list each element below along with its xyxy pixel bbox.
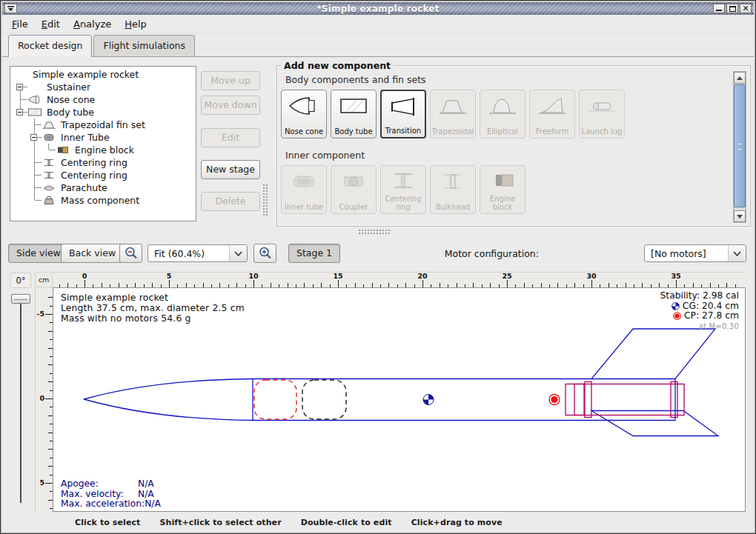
flight-data-row: Max. acceleration: N/A <box>61 499 161 510</box>
close-button[interactable]: ✕ <box>740 4 752 13</box>
ruler-label: 25 <box>502 272 511 280</box>
scroll-down-button[interactable] <box>734 210 746 222</box>
vertical-split-divider[interactable] <box>262 184 268 216</box>
side-view-button[interactable]: Side view <box>8 244 69 263</box>
flight-data-value: N/A <box>138 479 154 490</box>
tree-item[interactable]: Sustainer <box>13 81 196 93</box>
component-button[interactable]: Inner tube <box>281 165 327 214</box>
flight-data-row: Max. velocity: N/A <box>61 490 161 500</box>
horizontal-split-divider[interactable] <box>358 229 391 235</box>
zoom-select[interactable]: Fit (60.4%) <box>147 244 248 262</box>
tree-guide <box>13 194 27 207</box>
move-up-button[interactable]: Move up <box>201 71 260 90</box>
ruler-tick <box>676 280 677 287</box>
rocket-canvas[interactable]: Simple example rocket Length 37.5 cm, ma… <box>53 287 746 512</box>
cp-value: CP: 27.8 cm <box>684 311 739 321</box>
rotation-slider-handle[interactable] <box>11 294 30 304</box>
tree-item[interactable]: Inner Tube <box>13 131 196 144</box>
ruler-tick <box>45 398 53 399</box>
component-button[interactable]: Bulkhead <box>430 165 476 214</box>
body-components-label: Body components and fin sets <box>285 74 426 85</box>
component-button[interactable]: Nose cone <box>281 90 327 138</box>
tree-guide <box>13 169 27 181</box>
upper-fin-outline[interactable] <box>591 329 715 379</box>
tree-item[interactable]: Centering ring <box>13 156 196 169</box>
tree-guide <box>13 156 27 169</box>
tree-item-icon <box>56 145 73 156</box>
ruler-tick <box>45 483 53 484</box>
parachute-outline[interactable] <box>254 380 296 419</box>
maximize-button[interactable] <box>726 4 738 13</box>
mass-component-outline[interactable] <box>302 380 346 419</box>
ruler-label: 30 <box>586 272 596 280</box>
lower-fin-outline[interactable] <box>591 411 718 436</box>
component-button[interactable]: Coupler <box>331 165 377 214</box>
component-button-icon <box>288 90 320 121</box>
zoom-out-button[interactable] <box>119 244 142 263</box>
zoom-in-button[interactable] <box>253 244 276 263</box>
scroll-up-button[interactable] <box>734 72 746 84</box>
ruler-label: 5 <box>39 478 44 487</box>
centering-ring-outline[interactable] <box>671 382 677 418</box>
tree-expander[interactable] <box>13 81 27 93</box>
tab[interactable]: Flight simulations <box>93 35 195 56</box>
menu-item[interactable]: Analyze <box>67 16 118 32</box>
centering-ring-outline[interactable] <box>585 382 591 418</box>
move-down-button[interactable]: Move down <box>201 96 260 115</box>
component-button[interactable]: Engine block <box>480 165 525 214</box>
stage-1-toggle[interactable]: Stage 1 <box>288 244 340 263</box>
rotation-slider[interactable] <box>10 293 31 504</box>
tree-item[interactable]: Parachute <box>13 181 196 194</box>
component-button-label: Inner tube <box>284 204 324 214</box>
component-button[interactable]: Transition <box>380 90 426 138</box>
tree-item[interactable]: Simple example rocket <box>13 68 196 81</box>
menu-bar: FileEditAnalyzeHelp <box>2 15 754 33</box>
view-toolbar: Side view Back view Fit (60.4%) Stage 1 … <box>2 239 754 267</box>
rotation-angle-value: 0° <box>10 273 31 288</box>
menu-item[interactable]: Edit <box>35 16 67 32</box>
component-button-label: Body tube <box>334 128 373 138</box>
tree-item[interactable]: Centering ring <box>13 169 196 181</box>
scrollbar-thumb[interactable] <box>734 84 746 207</box>
status-hint: Double-click to edit <box>301 518 392 527</box>
component-button[interactable]: Body tube <box>331 90 377 138</box>
nose-cone-outline[interactable] <box>84 379 253 400</box>
ruler-label: 10 <box>248 272 258 280</box>
minimize-button[interactable] <box>713 4 725 13</box>
tree-guide <box>27 119 42 131</box>
menu-item[interactable]: File <box>5 16 35 32</box>
tree-item[interactable]: Nose cone <box>13 93 196 106</box>
tree-expander[interactable] <box>27 131 42 144</box>
component-button-label: Launch lug <box>581 128 623 138</box>
tree-item-label: Centering ring <box>59 170 127 181</box>
tree-item-icon <box>42 133 59 143</box>
menu-item[interactable]: Help <box>118 16 153 32</box>
component-button[interactable]: Elliptical <box>480 90 525 138</box>
tab[interactable]: Rocket design <box>8 35 92 57</box>
new-stage-button[interactable]: New stage <box>201 160 260 179</box>
component-button[interactable]: Launch lug <box>579 90 625 138</box>
status-hint: Click+drag to move <box>411 518 503 527</box>
tree-item-label: Trapezoidal fin set <box>59 119 145 130</box>
motor-configuration-select[interactable]: [No motors] <box>644 244 746 262</box>
edit-button[interactable]: Edit <box>201 128 260 147</box>
engine-block-outline[interactable] <box>574 384 584 415</box>
chevron-down-icon <box>229 245 247 261</box>
nose-cone-outline[interactable] <box>84 399 253 421</box>
component-button[interactable]: Freeform <box>529 90 575 138</box>
component-panel-scrollbar[interactable] <box>733 71 746 223</box>
component-button[interactable]: Trapezoidal <box>430 90 476 138</box>
flight-data-row: Apogee: N/A <box>61 479 161 490</box>
tree-item[interactable]: Trapezoidal fin set <box>13 119 196 131</box>
status-hint: Shift+click to select other <box>159 518 281 527</box>
tree-item[interactable]: Mass component <box>13 194 196 207</box>
tree-item-label: Nose cone <box>45 94 95 105</box>
delete-button[interactable]: Delete <box>201 192 260 211</box>
tree-guide <box>13 181 27 194</box>
zoom-select-value: Fit (60.4%) <box>148 248 229 259</box>
tree-expander[interactable] <box>13 106 27 119</box>
tree-item[interactable]: Body tube <box>13 106 196 119</box>
component-button[interactable]: Centering ring <box>380 165 426 214</box>
back-view-button[interactable]: Back view <box>61 244 124 263</box>
tree-item[interactable]: Engine block <box>13 144 196 156</box>
